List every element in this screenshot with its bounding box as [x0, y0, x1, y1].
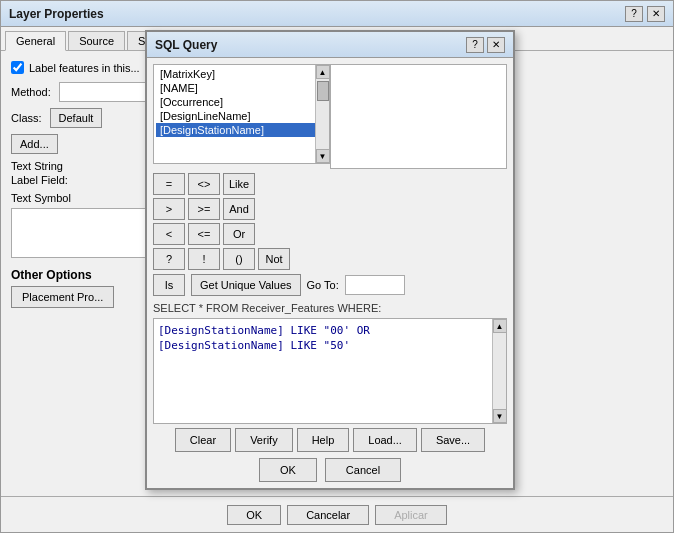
- sql-cancel-button[interactable]: Cancel: [325, 458, 401, 482]
- select-from-label: SELECT * FROM Receiver_Features WHERE:: [153, 302, 507, 314]
- class-label: Class:: [11, 112, 42, 124]
- field-occurrence[interactable]: [Occurrence]: [156, 95, 327, 109]
- op-equals[interactable]: =: [153, 173, 185, 195]
- text-symbol-preview: [11, 208, 151, 258]
- op-parens[interactable]: (): [223, 248, 255, 270]
- op-less[interactable]: <: [153, 223, 185, 245]
- sql-ok-button[interactable]: OK: [259, 458, 317, 482]
- clear-button[interactable]: Clear: [175, 428, 231, 452]
- sql-close-button[interactable]: ✕: [487, 37, 505, 53]
- bg-titlebar: Layer Properties ? ✕: [1, 1, 673, 27]
- sql-titlebar: SQL Query ? ✕: [147, 32, 513, 58]
- get-unique-values-button[interactable]: Get Unique Values: [191, 274, 301, 296]
- fields-list[interactable]: [MatrixKey] [NAME] [Occurrence] [DesignL…: [153, 64, 330, 164]
- label-field-label: Label Field:: [11, 174, 68, 186]
- sql-dialog-content: [MatrixKey] [NAME] [Occurrence] [DesignL…: [147, 58, 513, 488]
- sql-query-dialog: SQL Query ? ✕ [MatrixKey] [NAME] [Occurr…: [145, 30, 515, 490]
- verify-button[interactable]: Verify: [235, 428, 293, 452]
- fields-scroll-up[interactable]: ▲: [316, 65, 330, 79]
- field-designstationname[interactable]: [DesignStationName]: [156, 123, 327, 137]
- op-greater[interactable]: >: [153, 198, 185, 220]
- sql-footer-buttons: OK Cancel: [153, 458, 507, 482]
- op-or[interactable]: Or: [223, 223, 255, 245]
- bg-titlebar-buttons: ? ✕: [625, 6, 665, 22]
- placement-properties-button[interactable]: Placement Pro...: [11, 286, 114, 308]
- sql-textarea-wrapper: [DesignStationName] LIKE "00' OR [Design…: [153, 318, 507, 424]
- fields-scroll-thumb[interactable]: [317, 81, 329, 101]
- bg-close-button[interactable]: ✕: [647, 6, 665, 22]
- tab-general[interactable]: General: [5, 31, 66, 51]
- fields-scroll-down[interactable]: ▼: [316, 149, 330, 163]
- op-not[interactable]: Not: [258, 248, 290, 270]
- fields-list-inner: [MatrixKey] [NAME] [Occurrence] [DesignL…: [154, 65, 329, 139]
- bg-window-title: Layer Properties: [9, 7, 104, 21]
- field-name[interactable]: [NAME]: [156, 81, 327, 95]
- fields-area: [MatrixKey] [NAME] [Occurrence] [DesignL…: [153, 64, 507, 169]
- sql-dialog-title: SQL Query: [155, 38, 217, 52]
- unique-values-row: Is Get Unique Values Go To:: [153, 274, 507, 296]
- field-designlinename[interactable]: [DesignLineName]: [156, 109, 327, 123]
- footer-ok-button[interactable]: OK: [227, 505, 281, 525]
- label-features-label: Label features in this...: [29, 62, 140, 74]
- goto-input[interactable]: [345, 275, 405, 295]
- load-button[interactable]: Load...: [353, 428, 417, 452]
- tab-source[interactable]: Source: [68, 31, 125, 50]
- op-exclaim[interactable]: !: [188, 248, 220, 270]
- save-button[interactable]: Save...: [421, 428, 485, 452]
- ops-row-2: > >= And: [153, 198, 290, 220]
- ops-row-3: < <= Or: [153, 223, 290, 245]
- sql-scrollbar[interactable]: ▲ ▼: [492, 319, 506, 423]
- operators-area: = <> Like > >= And < <= Or ? ! (): [153, 173, 507, 270]
- op-and[interactable]: And: [223, 198, 255, 220]
- sql-query-text[interactable]: [DesignStationName] LIKE "00' OR [Design…: [154, 319, 506, 358]
- ops-row-1: = <> Like: [153, 173, 290, 195]
- op-less-equal[interactable]: <=: [188, 223, 220, 245]
- footer-cancelar-button[interactable]: Cancelar: [287, 505, 369, 525]
- help-button[interactable]: Help: [297, 428, 350, 452]
- footer-aplicar-button[interactable]: Aplicar: [375, 505, 447, 525]
- add-button[interactable]: Add...: [11, 134, 58, 154]
- values-area[interactable]: [330, 64, 507, 169]
- is-button[interactable]: Is: [153, 274, 185, 296]
- sql-scroll-up[interactable]: ▲: [493, 319, 507, 333]
- ops-row-4: ? ! () Not: [153, 248, 290, 270]
- sql-help-button[interactable]: ?: [466, 37, 484, 53]
- bg-help-button[interactable]: ?: [625, 6, 643, 22]
- sql-action-buttons: Clear Verify Help Load... Save...: [153, 428, 507, 452]
- op-question[interactable]: ?: [153, 248, 185, 270]
- operators-left: = <> Like > >= And < <= Or ? ! (): [153, 173, 290, 270]
- method-label: Method:: [11, 86, 51, 98]
- bg-footer: OK Cancelar Aplicar: [1, 496, 673, 532]
- class-default-button[interactable]: Default: [50, 108, 103, 128]
- op-not-equal[interactable]: <>: [188, 173, 220, 195]
- op-like[interactable]: Like: [223, 173, 255, 195]
- goto-label: Go To:: [307, 279, 339, 291]
- op-greater-equal[interactable]: >=: [188, 198, 220, 220]
- label-features-checkbox[interactable]: [11, 61, 24, 74]
- sql-titlebar-buttons: ? ✕: [466, 37, 505, 53]
- field-matrixkey[interactable]: [MatrixKey]: [156, 67, 327, 81]
- sql-scroll-down[interactable]: ▼: [493, 409, 507, 423]
- fields-scrollbar[interactable]: ▲ ▼: [315, 65, 329, 163]
